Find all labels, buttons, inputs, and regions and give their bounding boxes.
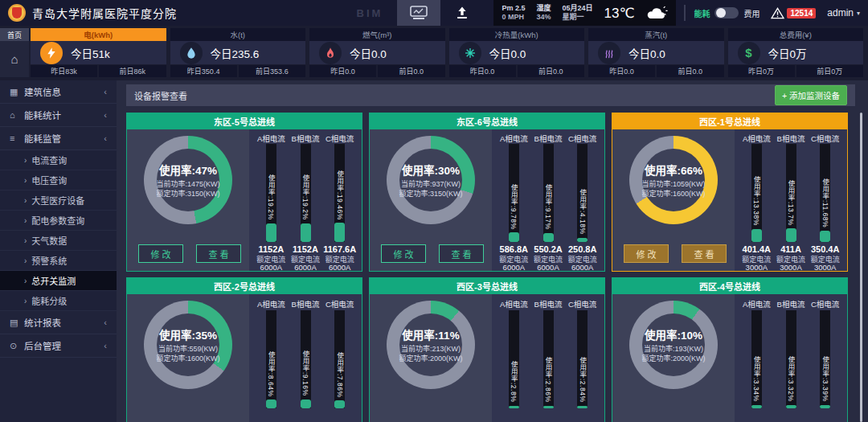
current-gauge-fill [334,400,345,408]
day-before-value: 前日0万 [796,65,863,77]
sidebar-subitem-medical-equipment[interactable]: ›大型医疗设备 [0,191,117,211]
phase-label: C相电流 [811,297,839,310]
panel-actions: 修 改 查 看 [138,244,241,263]
current-gauge-fill [266,223,276,242]
chevron-left-icon: ‹ [104,133,107,143]
subitem-label: 能耗分级 [31,294,67,307]
modify-button[interactable]: 修 改 [138,244,183,263]
sidebar-subitem-alert-system[interactable]: ›预警系统 [0,251,117,271]
current-gauge-fill [751,405,762,408]
current-power-text: 当前功率:937(KW) [401,179,461,189]
gauge-usage-text: 使用率:9.17% [543,184,553,229]
sidebar-item-building-info[interactable]: ▦ 建筑信息 ‹ [0,80,117,104]
upload-button[interactable] [440,0,484,26]
sidebar-item-statistical-reports[interactable]: ▤ 统计报表 ‹ [0,311,117,334]
gauge-usage-text: 使用率:3.32% [786,356,796,401]
steam-icon [598,42,620,64]
phase-current-gauge: B相电流 使用率:13.7% 411A 额定电流 3000A [774,131,809,269]
phase-current-gauge: A相电流 使用率:19.2% 1152A 额定电流 6000A [254,131,289,269]
cloud-icon [645,6,668,20]
home-icon[interactable]: ⌂ [0,41,29,77]
sidebar-subitem-voltage-query[interactable]: ›电压查询 [0,170,117,191]
usage-donut-chart: 使用率:30% 当前功率:937(KW) 额定功率:3150(KW) [387,136,475,224]
usage-donut-chart: 使用率:11% 当前功率:213(KW) 额定功率:2000(KW) [387,301,475,389]
yesterday-value: 昨日0.0 [588,65,655,77]
bim-mode-label[interactable]: BIM [357,7,383,19]
gauge-usage-text: 使用率:9.16% [301,350,310,395]
current-gauge-track: 使用率:7.86% [334,310,345,408]
phase-label: C相电流 [568,133,596,144]
current-value: 411A [780,244,801,254]
feeder-panel: 东区-5号总进线 使用率:47% 当前功率:1475(KW) 额定功率:3150… [126,113,362,272]
phase-label: C相电流 [811,133,839,144]
rated-current-label: 额定电流 [256,254,285,263]
mode-toggle-switch[interactable] [714,7,739,18]
feeder-panel-title: 东区-6号总进线 [370,113,604,129]
username: admin [827,7,854,18]
sidebar-subitem-main-switch-monitoring[interactable]: ›总开关监测 [0,271,117,291]
metric-card-steam[interactable]: 蒸汽(t) 今日0.0 昨日0.0 前日0.0 [588,28,724,77]
current-gauge-track: 使用率:9.17% [543,144,554,242]
home-tab[interactable]: 首页 [0,28,29,41]
view-button[interactable]: 查 看 [439,244,484,263]
current-value: 1152A [258,244,284,254]
gear-icon: ⊙ [10,341,24,351]
phase-current-gauge: C相电流 使用率:19.46% 1167.6A 额定电流 6000A [322,131,357,269]
sidebar-item-energy-monitoring[interactable]: ≡ 能耗监管 ‹ [0,127,117,150]
sidebar-subitem-weather-data[interactable]: ›天气数据 [0,231,117,251]
phase-current-gauge: A相电流 使用率:3.34% [739,296,774,422]
phase-current-gauge: B相电流 使用率:3.32% [774,296,809,422]
current-gauge-track: 使用率:19.2% [301,144,311,242]
sidebar-subitem-power-params[interactable]: ›配电参数查询 [0,211,117,231]
metric-card-gas[interactable]: 燃气(m³) 今日0.0 昨日0.0 前日0.0 [309,28,445,77]
app-root: 青岛大学附属医院平度分院 BIM Pm 2.5 0 MPH 湿度 34% 05月… [0,0,868,422]
phase-label: A相电流 [743,133,771,144]
modify-button[interactable]: 修 改 [381,244,426,263]
current-gauge-fill [509,406,519,408]
vertical-scrollbar[interactable] [860,113,862,422]
sidebar-item-energy-stats[interactable]: ⌂ 能耗统计 ‹ [0,104,117,127]
current-value: 350.4A [811,244,839,254]
gauge-usage-text: 使用率:4.18% [578,189,588,234]
chevron-left-icon: ‹ [104,87,107,96]
arrow-right-icon: › [24,256,27,265]
cost-mode-label[interactable]: 费用 [743,7,760,19]
sidebar-subitem-energy-grading[interactable]: ›能耗分级 [0,291,117,311]
toggle-knob [716,8,726,18]
report-icon: ▤ [10,318,24,328]
metric-card-total-cost[interactable]: 总费用(¥) $ 今日0万 昨日0万 前日0万 [728,28,864,77]
view-button[interactable]: 查 看 [196,244,241,263]
phase-current-gauge: A相电流 使用率:2.8% [497,296,531,422]
current-value: 586.8A [500,244,528,254]
sidebar-subitem-current-query[interactable]: ›电流查询 [0,150,117,170]
phase-gauges-section: A相电流 使用率:9.78% 586.8A 额定电流 6000A B相电流 使用… [492,129,604,271]
add-monitor-device-button[interactable]: + 添加监测设备 [775,85,847,105]
yesterday-value: 昨日0.0 [309,65,376,77]
sidebar-item-admin[interactable]: ⊙ 后台管理 ‹ [0,334,117,358]
gauge-usage-text: 使用率:2.86% [543,357,553,402]
arrow-right-icon: › [24,196,27,205]
modify-button[interactable]: 修 改 [624,244,669,263]
weather-widget: Pm 2.5 0 MPH 湿度 34% 05月24日 星期一 13℃ [493,0,676,26]
dashboard-view-button[interactable] [397,0,440,26]
current-gauge-fill [786,405,796,408]
usage-donut-chart: 使用率:35% 当前功率:559(KW) 额定功率:1600(KW) [144,301,232,389]
subitem-label: 电流查询 [31,154,67,166]
energy-mode-label[interactable]: 能耗 [694,7,710,19]
dashboard-icon [409,5,428,21]
rated-current-label: 额定电流 [534,254,563,263]
view-button[interactable]: 查 看 [682,244,727,263]
metric-card-cooling-heating[interactable]: 冷热量(kWh) 今日0.0 昨日0.0 前日0.0 [449,28,585,77]
current-gauge-track: 使用率:19.2% [266,144,276,242]
alarm-indicator[interactable]: 12514 [771,7,816,19]
user-menu[interactable]: admin ▾ [827,7,860,18]
metric-card-water[interactable]: 水(t) 今日235.6 昨日350.4 前日353.6 [170,28,306,77]
rated-current-value: 6000A [329,263,350,272]
metric-card-electricity[interactable]: 电(kWh) 今日51k 昨日83k 前日86k [31,28,166,77]
current-gauge-fill [543,233,554,242]
gauge-usage-text: 使用率:3.34% [751,356,761,401]
phase-label: B相电流 [777,133,805,144]
current-gauge-track: 使用率:3.34% [751,310,762,408]
arrow-right-icon: › [24,176,27,185]
phase-label: B相电流 [534,297,563,310]
